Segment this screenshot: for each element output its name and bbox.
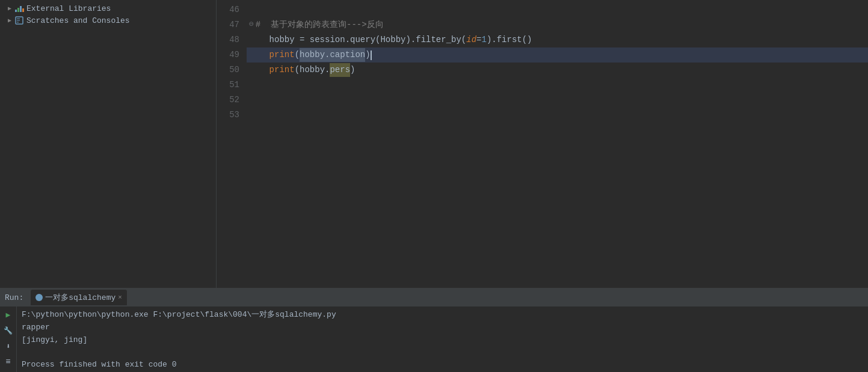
ext-lib-icon: [14, 4, 24, 13]
run-tab-sqlalchemy[interactable]: 一对多sqlalchemy ×: [31, 290, 127, 305]
fold-icon: ⊖: [249, 19, 254, 31]
sidebar-item-external-libraries[interactable]: ▶ External Libraries: [0, 2, 216, 14]
line-num-47: 47: [217, 17, 239, 32]
code-line-53: [247, 108, 868, 123]
sidebar-item-scratches[interactable]: ▶ Scratches and Consoles: [0, 14, 216, 26]
line-num-50: 50: [217, 63, 239, 78]
code-editor[interactable]: 46 47 48 49 50 51 52 53 ⊖# 基于对象的跨表查询--->…: [217, 0, 868, 288]
code-line-46: [247, 2, 868, 17]
code-line-47: ⊖# 基于对象的跨表查询--->反向: [247, 17, 868, 32]
run-scroll-down-button[interactable]: ⬇: [2, 340, 14, 352]
line-num-53: 53: [217, 108, 239, 123]
run-tab-label: 一对多sqlalchemy: [45, 292, 115, 303]
code-line-49: print(hobby.caption): [247, 47, 868, 63]
run-label: Run:: [5, 293, 23, 302]
tree-expand-scratches-icon: ▶: [5, 16, 14, 25]
line-numbers: 46 47 48 49 50 51 52 53: [217, 0, 247, 288]
run-content: ▶ 🔧 ⬇ ≡ F:\python\python\python.exe F:\p…: [0, 306, 868, 372]
line-num-52: 52: [217, 93, 239, 108]
cursor: [371, 50, 372, 60]
code-line-48: hobby = session.query(Hobby).filter_by(i…: [247, 32, 868, 47]
main-area: ▶ External Libraries ▶: [0, 0, 868, 288]
run-output-cmd: F:\python\python\python.exe F:\project\f…: [22, 309, 863, 322]
line-num-49: 49: [217, 47, 239, 63]
sidebar: ▶ External Libraries ▶: [0, 0, 217, 288]
run-output-line3: [22, 346, 863, 359]
line-num-48: 48: [217, 32, 239, 47]
tree-expand-icon: ▶: [5, 4, 14, 13]
line-num-51: 51: [217, 78, 239, 93]
code-line-51: [247, 78, 868, 93]
run-tabs-bar: Run: 一对多sqlalchemy ×: [0, 288, 868, 306]
code-line-50: print(hobby.pers): [247, 63, 868, 78]
code-line-52: [247, 93, 868, 108]
scratch-file-icon: [14, 16, 24, 25]
tab-run-icon: [35, 294, 43, 301]
run-sidebar-toolbar: ▶ 🔧 ⬇ ≡: [0, 306, 17, 372]
run-output-exit: Process finished with exit code 0: [22, 359, 863, 371]
run-panel: Run: 一对多sqlalchemy × ▶ 🔧 ⬇ ≡ F:\python\p…: [0, 288, 868, 372]
run-tab-close[interactable]: ×: [118, 294, 122, 301]
comment-text-47: # 基于对象的跨表查询--->反向: [256, 18, 384, 31]
editor-area: 46 47 48 49 50 51 52 53 ⊖# 基于对象的跨表查询--->…: [217, 0, 868, 288]
run-wrench-button[interactable]: 🔧: [2, 325, 14, 337]
run-output-line1: rapper: [22, 322, 863, 334]
scratches-label: Scratches and Consoles: [26, 16, 130, 25]
line-num-46: 46: [217, 2, 239, 17]
run-output: F:\python\python\python.exe F:\project\f…: [17, 306, 868, 372]
code-lines: ⊖# 基于对象的跨表查询--->反向 hobby = session.query…: [247, 0, 868, 288]
run-output-line2: [jingyi, jing]: [22, 334, 863, 347]
run-play-button[interactable]: ▶: [2, 309, 14, 321]
run-filter-button[interactable]: ≡: [2, 356, 14, 368]
ext-lib-label: External Libraries: [26, 4, 111, 13]
